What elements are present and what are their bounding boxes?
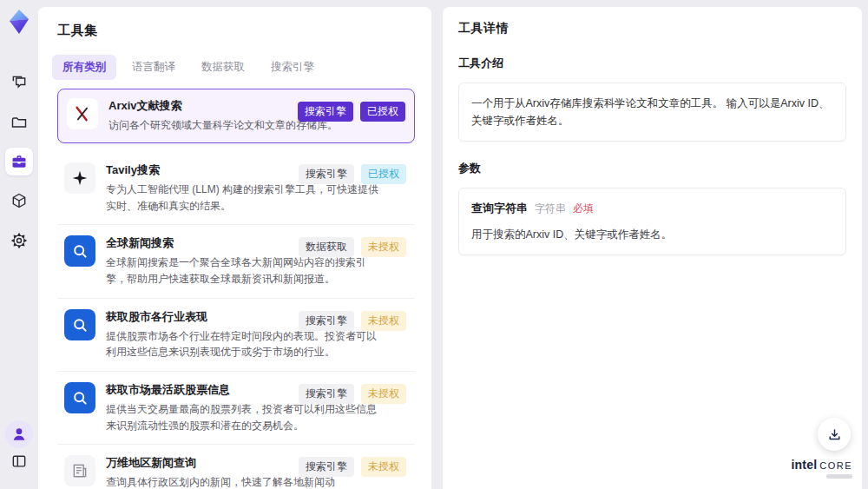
detail-title: 工具详情 [458,21,846,36]
tool-list-item[interactable]: 获取股市各行业表现 提供股票市场各个行业在特定时间段内的表现。投资者可以利用这些… [57,299,415,372]
param-box: 查询字符串 字符串 必填 用于搜索的Arxiv ID、关键字或作者姓名。 [458,188,846,255]
auth-status-badge: 未授权 [361,457,406,477]
tab-all-categories[interactable]: 所有类别 [52,55,116,80]
tool-detail-panel: 工具详情 工具介绍 一个用于从Arxiv存储库搜索科学论文和文章的工具。 输入可… [443,7,862,489]
sidebar-item-models[interactable] [5,187,33,215]
intro-box: 一个用于从Arxiv存储库搜索科学论文和文章的工具。 输入可以是Arxiv ID… [458,83,846,142]
category-badge: 搜索引擎 [299,384,354,404]
sidebar-item-collapse[interactable] [5,447,33,475]
arxiv-tool-icon [67,98,98,129]
brand-core: CORE [819,460,852,471]
icon-rail [0,0,38,489]
category-badge: 数据获取 [299,237,354,257]
tab-search-engine[interactable]: 搜索引擎 [260,55,325,80]
category-badge: 搜索引擎 [299,164,354,184]
chat-icon [10,74,28,91]
toolbox-icon [10,153,28,170]
brand-sub-bar [826,474,852,479]
tab-language-translation[interactable]: 语言翻译 [122,55,186,80]
tool-list-item[interactable]: Arxiv文献搜索 访问各个研究领域大量科学论文和文章的存储库。 搜索引擎 已授… [57,89,415,143]
brand-intel: intel [791,458,817,472]
tool-description: 提供股票市场各个行业在特定时间段内的表现。投资者可以利用这些信息来识别表现优于或… [106,328,406,360]
blue-tool-icon [64,382,95,413]
tavily-tool-icon [64,162,95,194]
tool-list-item[interactable]: 万维地区新闻查询 查询具体行政区划内的新闻，快速了解各地新闻动 搜索引擎 未授权 [57,445,415,489]
tool-list-item[interactable]: 获取市场最活跃股票信息 提供当天交易量最高的股票列表，投资者可以利用这些信息来识… [57,372,415,445]
category-badge: 搜索引擎 [299,311,354,331]
param-name: 查询字符串 [471,200,528,218]
auth-status-badge: 已授权 [361,164,406,184]
param-type: 字符串 [535,201,566,217]
download-icon [827,427,842,442]
cube-icon [10,192,28,209]
tool-description: 专为人工智能代理 (LLM) 构建的搜索引擎工具，可快速提供实时、准确和真实的结… [106,182,406,214]
folder-icon [10,114,28,131]
param-description: 用于搜索的Arxiv ID、关键字或作者姓名。 [471,226,833,243]
user-icon [10,426,28,443]
blue-tool-icon [64,309,95,340]
panel-toggle-icon [10,453,28,470]
params-heading: 参数 [458,161,846,176]
tool-description: 提供当天交易量最高的股票列表，投资者可以利用这些信息来识别流动性强的股票和潜在的… [106,401,406,433]
gear-icon [10,232,28,249]
param-required-flag: 必填 [573,201,594,217]
tool-list: Arxiv文献搜索 访问各个研究领域大量科学论文和文章的存储库。 搜索引擎 已授… [57,89,415,489]
app-logo-icon [6,9,32,35]
auth-status-badge: 未授权 [361,384,406,404]
tool-list-panel: 工具集 所有类别 语言翻译 数据获取 搜索引擎 Arxiv文献搜索 访问各个研究… [38,7,431,489]
sidebar-item-account[interactable] [5,420,33,448]
tab-data-fetch[interactable]: 数据获取 [191,55,255,80]
intro-heading: 工具介绍 [458,56,846,71]
tool-description: 全球新闻搜索是一个聚合全球各大新闻网站内容的搜索引擎，帮助用户快速获取全球最新资… [106,254,406,287]
sidebar-item-settings[interactable] [5,227,33,254]
category-badge: 搜索引擎 [298,102,353,122]
blue-tool-icon [64,235,95,267]
sidebar-item-files[interactable] [5,109,33,136]
sidebar-item-tools[interactable] [5,148,33,175]
category-badge: 搜索引擎 [299,457,354,477]
tool-list-item[interactable]: Tavily搜索 专为人工智能代理 (LLM) 构建的搜索引擎工具，可快速提供实… [57,152,415,225]
category-tabs: 所有类别 语言翻译 数据获取 搜索引擎 [52,55,431,80]
download-button[interactable] [818,418,851,451]
intel-core-logo: intelCORE [791,458,852,479]
auth-status-badge: 未授权 [361,237,406,257]
newspaper-tool-icon [64,455,95,486]
page-title: 工具集 [57,23,431,39]
auth-status-badge: 已授权 [360,102,405,122]
sidebar-item-chat[interactable] [5,69,33,96]
auth-status-badge: 未授权 [361,311,406,331]
tool-list-item[interactable]: 全球新闻搜索 全球新闻搜索是一个聚合全球各大新闻网站内容的搜索引擎，帮助用户快速… [57,225,415,298]
